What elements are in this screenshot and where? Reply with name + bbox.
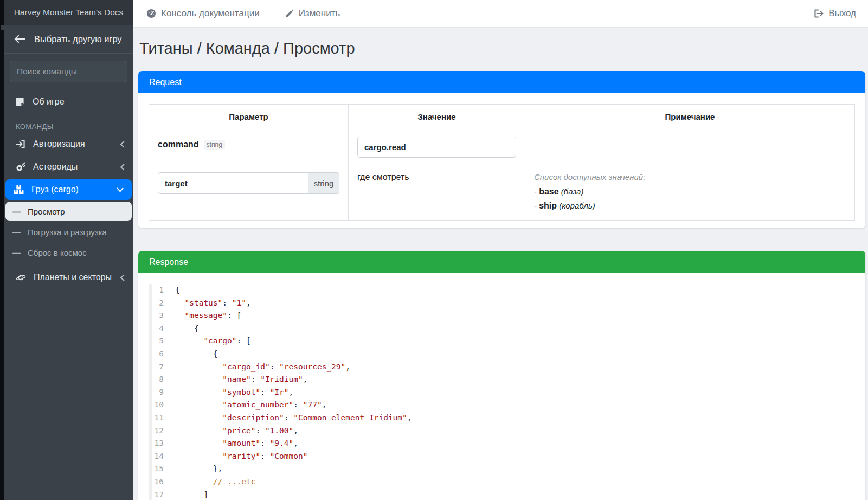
response-panel: Response 1{2 "status": "1",3 "message": … xyxy=(138,251,865,500)
line-number: 9 xyxy=(152,386,169,399)
dash-icon: — xyxy=(12,248,21,257)
search-area xyxy=(4,54,133,89)
code-line: 13 "amount": "9.4", xyxy=(152,437,855,450)
code-text: }, xyxy=(169,463,222,476)
arrow-left-icon xyxy=(14,34,25,44)
code-text: "amount": "9.4", xyxy=(169,437,298,450)
sidebar-item-planets[interactable]: Планеты и секторы xyxy=(4,266,133,289)
line-number: 14 xyxy=(152,450,169,463)
column-header-value: Значение xyxy=(349,105,525,129)
code-text: "status": "1", xyxy=(169,297,251,310)
code-line: 4 { xyxy=(152,322,855,335)
sidebar-subitem-label: Сброс в космос xyxy=(28,248,87,257)
code-line: 11 "description": "Common element Iridiu… xyxy=(152,412,855,425)
code-text: "name": "Iridium", xyxy=(169,373,307,386)
back-label: Выбрать другую игру xyxy=(34,34,122,44)
sidebar-title: Harvey Monster Team's Docs xyxy=(4,0,133,25)
sidebar-item-authorization[interactable]: Авторизация xyxy=(4,133,133,155)
line-number: 17 xyxy=(152,489,169,500)
console-label: Консоль документации xyxy=(161,8,260,19)
logout-label: Выход xyxy=(828,8,856,19)
page-title: Титаны / Команда / Просмотр xyxy=(139,40,865,57)
sidebar-subitem-view[interactable]: — Просмотр xyxy=(5,202,132,221)
line-number: 10 xyxy=(152,399,169,412)
command-value-input[interactable] xyxy=(357,137,516,158)
dashboard-icon xyxy=(146,9,156,18)
book-icon xyxy=(15,97,24,106)
commands-section-label: КОМАНДЫ xyxy=(16,122,133,131)
line-number: 8 xyxy=(152,373,169,386)
code-text: "price": "1.00", xyxy=(169,425,298,438)
logout-link[interactable]: Выход xyxy=(814,8,856,19)
request-table: Параметр Значение Примечание command xyxy=(149,104,855,221)
note-option-ship: - ship (корабль) xyxy=(534,199,846,212)
boxes-icon xyxy=(14,185,24,194)
code-line: 6 { xyxy=(152,348,855,361)
sidebar-item-label: Груз (cargo) xyxy=(31,185,79,194)
code-text: "description": "Common element Iridium", xyxy=(169,412,412,425)
back-to-games-button[interactable]: Выбрать другую игру xyxy=(4,25,133,54)
meteor-icon xyxy=(16,162,25,172)
column-header-parameter: Параметр xyxy=(149,105,349,129)
sidebar-subitem-label: Погрузка и разгрузка xyxy=(28,228,107,237)
code-line: 7 "cargo_id": "resources_29", xyxy=(152,361,855,374)
line-number: 11 xyxy=(152,412,169,425)
line-number: 6 xyxy=(152,348,169,361)
sidebar-subitem-load-unload[interactable]: — Погрузка и разгрузка xyxy=(5,222,132,242)
planet-icon xyxy=(16,273,26,282)
line-number: 1 xyxy=(152,284,169,297)
app-root: Harvey Monster Team's Docs Выбрать другу… xyxy=(0,0,868,500)
topbar: Консоль документации Изменить Выход xyxy=(133,0,868,28)
dash-icon: — xyxy=(12,207,21,216)
code-line: 8 "name": "Iridium", xyxy=(152,373,855,386)
sidebar-item-asteroids[interactable]: Астероиды xyxy=(4,155,133,178)
chevron-down-icon xyxy=(116,187,124,192)
code-line: 15 }, xyxy=(152,463,855,476)
line-number: 16 xyxy=(152,476,169,489)
code-line: 17 ] xyxy=(152,489,855,500)
sidebar-scrollbar-thumb[interactable] xyxy=(1,25,4,30)
target-param-input[interactable] xyxy=(158,172,308,194)
code-text: { xyxy=(169,322,199,335)
edit-link[interactable]: Изменить xyxy=(285,8,340,19)
line-number: 12 xyxy=(152,425,169,438)
search-input[interactable] xyxy=(10,61,127,82)
dash-icon: — xyxy=(12,228,21,237)
code-text: "cargo": [ xyxy=(169,335,251,348)
note-option-base: - base (база) xyxy=(534,185,846,198)
code-text: { xyxy=(169,348,218,361)
line-number: 5 xyxy=(152,335,169,348)
code-line: 5 "cargo": [ xyxy=(152,335,855,348)
sidebar-item-label: Астероиды xyxy=(33,162,78,172)
main-area: Консоль документации Изменить Выход Тита… xyxy=(133,0,868,500)
code-text: "symbol": "Ir", xyxy=(169,386,293,399)
code-line: 9 "symbol": "Ir", xyxy=(152,386,855,399)
request-panel: Request Параметр Значение Примечание xyxy=(138,71,865,228)
chevron-left-icon xyxy=(120,163,125,171)
page-content: Титаны / Команда / Просмотр Request Пара… xyxy=(133,28,868,500)
sidebar-subitem-dump[interactable]: — Сброс в космос xyxy=(5,243,132,262)
line-number: 15 xyxy=(152,463,169,476)
response-code: 1{2 "status": "1",3 "message": [4 {5 "ca… xyxy=(149,284,855,500)
target-type-addon: string xyxy=(308,172,339,194)
sidebar-item-cargo[interactable]: Груз (cargo) xyxy=(5,179,132,200)
code-line: 14 "rarity": "Common" xyxy=(152,450,855,463)
request-panel-header: Request xyxy=(138,71,865,93)
sidebar-subitem-label: Просмотр xyxy=(28,207,65,216)
about-label: Об игре xyxy=(33,97,65,107)
sidebar-item-label: Планеты и секторы xyxy=(34,272,112,282)
code-line: 3 "message": [ xyxy=(152,309,855,322)
param-type-badge: string xyxy=(204,140,225,150)
code-text: "atomic_number": "77", xyxy=(169,399,326,412)
sign-out-icon xyxy=(814,9,824,18)
response-panel-header: Response xyxy=(138,251,865,273)
pencil-icon xyxy=(285,9,294,18)
sidebar-item-about[interactable]: Об игре xyxy=(4,89,133,114)
chevron-left-icon xyxy=(120,274,125,282)
code-line: 16 // ...etc xyxy=(152,476,855,489)
console-link[interactable]: Консоль документации xyxy=(146,8,260,19)
edit-label: Изменить xyxy=(299,8,340,19)
code-text: "message": [ xyxy=(169,309,241,322)
note-title: Список доступных значений: xyxy=(534,172,846,181)
window-edge-strip xyxy=(0,0,4,500)
